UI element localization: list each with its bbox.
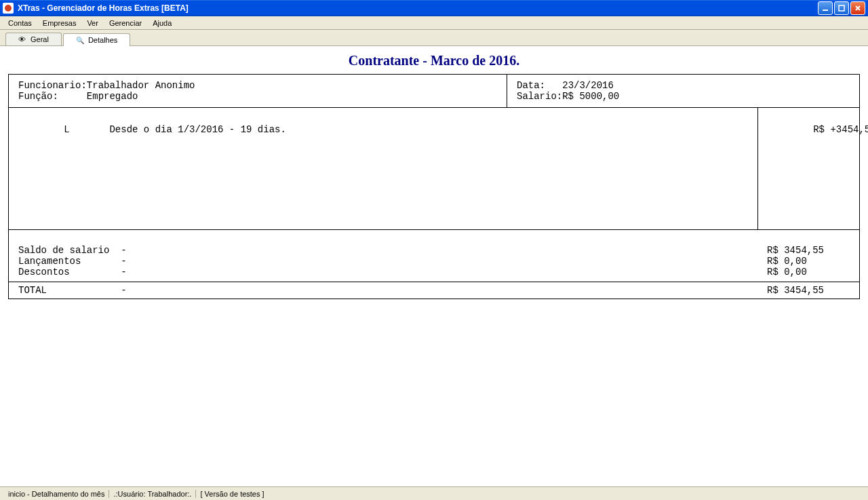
titlebar[interactable]: XTras - Gerenciador de Horas Extras [BET… [0, 0, 868, 16]
saldo-label: Saldo de salario - [18, 245, 127, 256]
window-title: XTras - Gerenciador de Horas Extras [BET… [18, 3, 818, 13]
report-title: Contratante - Marco de 2016. [8, 53, 860, 69]
descontos-label: Descontos - [18, 267, 127, 277]
minimize-button[interactable] [818, 1, 833, 15]
menu-contas[interactable]: Contas [3, 18, 37, 28]
funcionario-row: Funcionario:Trabalhador Anonimo [18, 80, 497, 91]
status-panel-3: [ Versão de testes ] [196, 490, 268, 498]
lancamentos-value: R$ 0,00 [767, 256, 807, 267]
tab-detalhes-label: Detalhes [88, 36, 117, 44]
tab-geral[interactable]: Geral [5, 33, 62, 45]
tab-detalhes[interactable]: Detalhes [63, 33, 130, 46]
menu-ver[interactable]: Ver [81, 18, 104, 28]
data-row: Data: 23/3/2016 [517, 80, 850, 91]
tabbar: Geral Detalhes [0, 30, 868, 46]
status-panel-2: .:Usuário: Trabalhador:. [109, 490, 196, 498]
report-total: TOTAL - R$ 3454,55 [9, 282, 859, 299]
status-panel-1: inicio - Detalhamento do mês [4, 490, 109, 498]
statusbar: inicio - Detalhamento do mês .:Usuário: … [0, 486, 868, 500]
line-code: L [64, 124, 69, 135]
tab-geral-label: Geral [31, 35, 49, 43]
line-text: Desde o dia 1/3/2016 - 19 dias. [109, 124, 285, 135]
menu-empresas[interactable]: Empresas [37, 18, 82, 28]
svg-point-0 [5, 5, 12, 12]
content-area: Contratante - Marco de 2016. Funcionario… [0, 46, 868, 486]
eye-icon [18, 35, 26, 43]
line-amount: R$ +3454,55 [813, 124, 868, 135]
lancamentos-label: Lançamentos - [18, 256, 127, 267]
window-controls [818, 1, 865, 15]
descontos-value: R$ 0,00 [767, 267, 807, 277]
saldo-value: R$ 3454,55 [767, 245, 824, 256]
total-label: TOTAL - [18, 285, 127, 296]
salario-row: Salario:R$ 5000,00 [517, 91, 850, 102]
magnifier-icon [76, 36, 84, 44]
funcao-row: Função: Empregado [18, 91, 497, 102]
svg-rect-2 [839, 5, 844, 11]
maximize-button[interactable] [834, 1, 849, 15]
report-body: L Desde o dia 1/3/2016 - 19 dias. R$ +34… [9, 108, 859, 230]
close-button[interactable] [850, 1, 865, 15]
svg-rect-1 [823, 9, 828, 11]
report-box: Funcionario:Trabalhador Anonimo Função: … [8, 74, 860, 299]
app-icon [3, 3, 14, 14]
menu-ajuda[interactable]: Ajuda [147, 18, 177, 28]
report-summary: Saldo de salario - Lançamentos - Descont… [9, 230, 859, 282]
menu-gerenciar[interactable]: Gerenciar [104, 18, 147, 28]
total-value: R$ 3454,55 [767, 285, 824, 296]
report-header: Funcionario:Trabalhador Anonimo Função: … [9, 75, 859, 108]
menubar: Contas Empresas Ver Gerenciar Ajuda [0, 16, 868, 30]
